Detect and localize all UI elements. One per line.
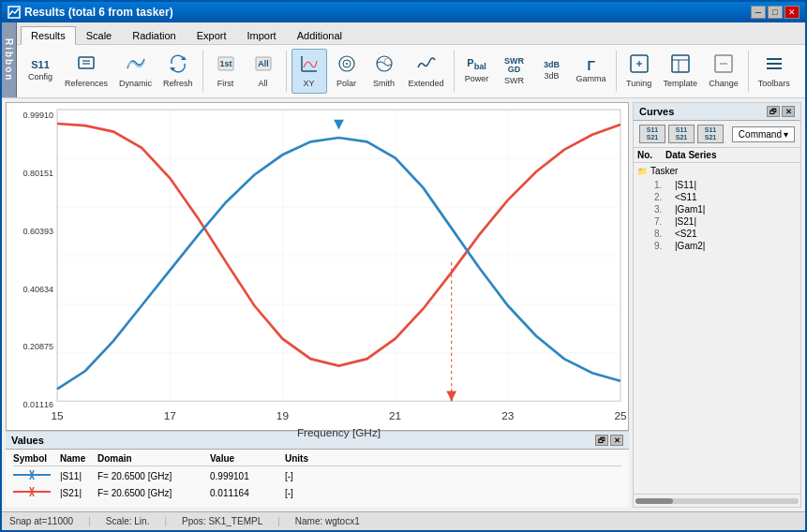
status-name: Name: wgtocx1 [295,516,360,526]
tab-results[interactable]: Results [21,26,76,45]
svg-text:23: 23 [501,409,515,422]
minimize-button[interactable]: ─ [751,6,766,19]
s11-value: 0.999101 [210,471,285,481]
chart-svg: 15 17 19 21 23 25 Frequency [GHz] [57,109,620,402]
curves-sidebar: Curves 🗗 ✕ S11S21 S11S21 S11S21 Command … [633,102,801,508]
curve-item-1[interactable]: 1. |S11| [634,179,800,191]
s21-name: |S21| [60,488,97,498]
curve-no-6: 9. [654,241,675,251]
curve-no-5: 8. [654,229,675,239]
gamma-button[interactable]: Γ Gamma [572,49,611,94]
y-label-5: 0.80151 [8,169,53,178]
y-label-4: 0.60393 [8,227,53,236]
tab-scale[interactable]: Scale [76,26,123,44]
curves-col-headers: No. Data Series [634,148,800,163]
refresh-icon [168,53,188,77]
curve-item-3[interactable]: 3. |Gam1| [634,203,800,215]
curves-close-button[interactable]: ✕ [782,106,795,117]
references-button[interactable]: References [60,49,112,94]
ribbon-sep-5 [748,51,749,92]
curve-item-4[interactable]: 7. |S21| [634,215,800,228]
window-title: Results (total 6 from tasker) [24,6,173,19]
values-table: Symbol Name Domain Value Units [6,450,629,508]
all-button[interactable]: All All [246,49,281,94]
svg-point-16 [384,58,392,66]
extended-button[interactable]: Extended [404,49,449,94]
svg-text:19: 19 [276,409,289,422]
tab-additional[interactable]: Additional [287,26,352,44]
command-chevron-icon: ▾ [784,129,788,140]
ribbon-buttons: S11 Config References [17,45,805,97]
tab-radiation[interactable]: Radiation [122,26,186,44]
value-row-s11: |S11| F= 20.6500 [GHz] 0.999101 [-] [13,468,621,483]
status-snap: Snap at=11000 [9,516,73,526]
curve-name-2: <S11 [675,192,797,202]
y-axis: 0.99910 0.80151 0.60393 0.40634 0.20875 … [7,103,55,430]
swr-button[interactable]: SWRGD SWR [497,49,532,94]
tuning-button[interactable]: Tuning [621,49,657,94]
polar-button[interactable]: Polar [329,49,365,94]
xy-button[interactable]: XY [291,49,327,94]
ribbon-sidebar: Ribbon [2,22,17,97]
col-no-header: No. [637,150,665,160]
command-label: Command [739,129,782,140]
command-button[interactable]: Command ▾ [732,126,795,142]
3db-button[interactable]: 3dB 3dB [534,49,570,94]
svg-text:17: 17 [164,409,176,422]
scrollbar-thumb[interactable] [635,498,673,504]
s11-s21-btn-1[interactable]: S11S21 [639,125,665,143]
maximize-button[interactable]: □ [768,6,783,19]
references-icon [76,53,97,77]
curves-restore-button[interactable]: 🗗 [767,106,780,117]
smith-button[interactable]: Smith [366,49,402,94]
curve-no-3: 3. [654,204,675,214]
first-button[interactable]: 1st First [208,49,244,94]
s11-s21-btn-3[interactable]: S11S21 [697,125,724,143]
y-label-6: 0.99910 [8,111,53,120]
refresh-button[interactable]: Refresh [158,49,198,94]
help-button[interactable]: ? Help [22,96,58,97]
s11-name: |S11| [60,471,97,481]
curve-no-4: 7. [654,216,675,227]
template-button[interactable]: Template [659,49,703,94]
toolbars-button[interactable]: Toolbars [754,49,795,94]
svg-point-14 [346,63,348,65]
first-icon: 1st [216,53,236,77]
tab-export[interactable]: Export [187,26,237,44]
power-button[interactable]: Pbal Power [459,49,495,94]
scrollbar-track[interactable] [635,498,799,504]
polar-icon [336,53,357,77]
svg-rect-28 [57,110,620,401]
folder-icon: 📁 [637,167,648,176]
curve-item-6[interactable]: 9. |Gam2| [634,240,800,252]
svg-rect-1 [79,57,94,68]
curve-name-4: |S21| [675,216,797,227]
s11-s21-btn-2[interactable]: S11S21 [668,125,695,143]
s21-value: 0.011164 [210,488,285,498]
curve-no-2: 2. [654,192,675,202]
all-icon: All [253,53,274,77]
values-title: Values [11,435,44,446]
y-label-3: 0.40634 [8,285,53,294]
values-restore-button[interactable]: 🗗 [595,435,608,446]
col-value: Value [210,453,285,464]
change-button[interactable]: Change [704,49,743,94]
curve-item-5[interactable]: 8. <S21 [634,228,800,240]
config-button[interactable]: S11 Config [22,49,58,94]
tab-import[interactable]: Import [237,26,287,44]
curves-list: 📁 Tasker 1. |S11| 2. <S11 3. |Gam1| 7. [634,163,800,494]
curves-scrollbar[interactable] [634,494,800,507]
curves-title: Curves [639,106,674,117]
col-ds-header: Data Series [665,150,797,160]
gamma-icon: Γ [587,59,594,72]
curves-header: Curves 🗗 ✕ [634,103,800,121]
close-button[interactable]: ✕ [785,6,800,19]
curve-item-2[interactable]: 2. <S11 [634,191,800,203]
values-maximize-button[interactable]: ✕ [610,435,623,446]
chart-area: 0.99910 0.80151 0.60393 0.40634 0.20875 … [6,102,629,431]
ribbon-sep-3 [454,51,455,92]
ribbon-tab-row: Results Scale Radiation Export Import Ad… [17,22,805,45]
curves-toolbar: S11S21 S11S21 S11S21 Command ▾ [634,121,800,148]
dynamic-button[interactable]: Dynamic [114,49,157,94]
swr-icon: SWRGD [504,57,524,74]
